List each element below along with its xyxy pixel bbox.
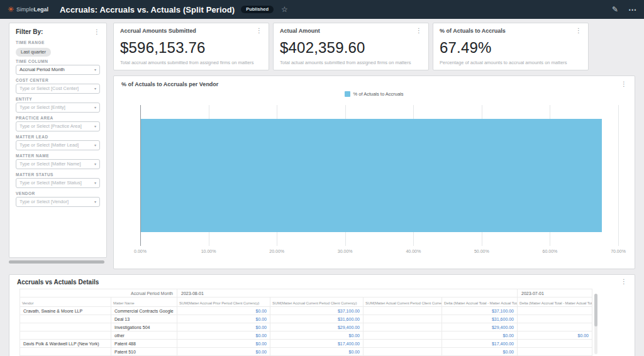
value-cell[interactable]: $0.00 <box>270 348 364 356</box>
select-value: Type or Select [Matter Status] <box>19 180 82 186</box>
vendor-select[interactable]: Type or Select [Vendor] ▾ <box>16 197 100 207</box>
x-tick: 20.00% <box>269 249 284 253</box>
value-cell[interactable]: $0.00 <box>177 331 270 340</box>
value-cell[interactable]: $0.00 <box>518 331 592 340</box>
entity-select[interactable]: Type or Select [Entity] ▾ <box>16 103 100 113</box>
kpi-value: $596,153.76 <box>120 39 262 57</box>
value-cell <box>518 340 592 348</box>
value-cell <box>364 331 442 340</box>
value-cell[interactable]: $0.00 <box>442 348 518 356</box>
vendor-cell <box>20 315 111 323</box>
details-table: Accrual Period Month 2023-08-01 2023-07-… <box>19 289 592 356</box>
chevron-down-icon: ▾ <box>94 199 96 204</box>
value-cell <box>364 307 442 315</box>
value-cell[interactable]: $37,100.00 <box>270 307 364 315</box>
vendor-chart-card: % of Actuals to Accruals per Vendor ⋮ % … <box>113 75 635 269</box>
favorite-star-icon[interactable]: ☆ <box>281 6 288 13</box>
filter-field: MATTER LEAD Type or Select [Matter Lead]… <box>16 135 100 150</box>
practice-area-select[interactable]: Type or Select [Practice Area] ▾ <box>16 121 100 131</box>
logo-text-legal: Legal <box>34 6 49 13</box>
kpi-card-percent-actuals: % of Actuals to Accruals ⋮ 67.49% Percen… <box>433 23 589 70</box>
chevron-down-icon: ▾ <box>94 181 96 185</box>
details-kebab-icon[interactable]: ⋮ <box>621 279 627 285</box>
practice-area-label: PRACTICE AREA <box>16 116 100 120</box>
kpi-subtitle: Total accrual amounts submitted from ass… <box>120 60 262 65</box>
matter-cell: Deal 13 <box>111 315 177 323</box>
select-value: Type or Select [Entity] <box>19 104 65 110</box>
period-header-aug: 2023-08-01 <box>177 289 518 298</box>
edit-dashboard-icon[interactable]: ✎ <box>612 6 618 13</box>
value-cell[interactable]: $0.00 <box>177 348 270 356</box>
select-value: Type or Select [Practice Area] <box>19 123 82 129</box>
value-cell <box>364 323 442 331</box>
value-cell[interactable]: $0.00 <box>177 340 270 348</box>
matter-lead-select[interactable]: Type or Select [Matter Lead] ▾ <box>16 140 100 150</box>
chevron-down-icon: ▾ <box>94 143 96 147</box>
sidebar-horizontal-scrollbar[interactable] <box>9 260 104 264</box>
filter-panel-kebab-icon[interactable]: ⋮ <box>94 29 100 35</box>
delta-aug-column-header: Delta (Matter Accrual Total - Matter Act… <box>442 298 518 307</box>
value-cell <box>518 323 592 331</box>
table-row: Patent 510 $0.00 $0.00 $0.00 <box>20 348 592 356</box>
kpi-kebab-icon[interactable]: ⋮ <box>575 28 582 34</box>
filter-field: MATTER NAME Type or Select [Matter Name]… <box>16 153 100 169</box>
value-cell <box>364 340 442 348</box>
x-tick: 10.00% <box>201 249 216 253</box>
kpi-value: $402,359.60 <box>280 39 422 57</box>
period-header-jul: 2023-07-01 <box>518 289 592 298</box>
select-value: Type or Select [Vendor] <box>19 199 69 204</box>
table-column-header-row: Vendor Matter Name SUM(Matter Accrual Pr… <box>20 298 592 307</box>
topbar: ✳ SimpleLegal Accruals: Accruals vs. Act… <box>0 0 644 19</box>
x-tick: 60.00% <box>543 249 558 253</box>
value-cell[interactable]: $31,600.00 <box>442 315 518 323</box>
value-cell[interactable]: $0.00 <box>177 307 270 315</box>
time-column-select[interactable]: Accrual Period Month ▾ <box>16 65 100 75</box>
value-cell[interactable]: $17,400.00 <box>270 340 364 348</box>
vendor-column-header: Vendor <box>20 298 111 307</box>
kpi-subtitle: Percentage of actual amounts to accrual … <box>440 60 582 65</box>
value-cell[interactable]: $17,400.00 <box>442 340 518 348</box>
chart-legend-item[interactable]: % of Actuals to Accruals <box>114 91 635 97</box>
details-card: Accruals vs Actuals Details ⋮ Accrual Pe… <box>9 274 635 356</box>
value-cell <box>518 315 592 323</box>
value-cell[interactable]: $29,400.00 <box>442 323 518 331</box>
filter-field: ENTITY Type or Select [Entity] ▾ <box>16 97 100 113</box>
filter-field: COST CENTER Type or Select [Cost Center]… <box>16 78 100 94</box>
chart-kebab-icon[interactable]: ⋮ <box>621 81 627 87</box>
value-cell[interactable]: $0.00 <box>442 331 518 340</box>
value-cell[interactable]: $29,400.00 <box>270 323 364 331</box>
kpi-title: % of Actuals to Accruals <box>440 28 506 34</box>
legend-swatch <box>345 91 350 97</box>
vendor-cell: Davis Polk & Wardwell LLP (New York) <box>20 340 111 348</box>
value-cell[interactable]: $0.00 <box>177 323 270 331</box>
filter-field: PRACTICE AREA Type or Select [Practice A… <box>16 116 100 131</box>
kpi-kebab-icon[interactable]: ⋮ <box>416 28 422 34</box>
select-value: Accrual Period Month <box>19 67 65 72</box>
value-cell[interactable]: $0.00 <box>270 331 364 340</box>
simplelegal-logo[interactable]: ✳ SimpleLegal <box>8 6 48 13</box>
kpi-card-header: Actual Amount ⋮ <box>280 28 422 34</box>
value-cell[interactable]: $31,600.00 <box>270 315 364 323</box>
entity-label: ENTITY <box>16 97 100 101</box>
filter-panel-title: Filter By: <box>16 28 43 35</box>
matter-cell: Patent 488 <box>111 340 177 348</box>
kpi-card-actual-amount: Actual Amount ⋮ $402,359.60 Total actual… <box>273 23 429 70</box>
cost-center-select[interactable]: Type or Select [Cost Center] ▾ <box>16 84 100 94</box>
table-row: Cravath, Swaine & Moore LLP Commercial C… <box>20 307 592 315</box>
matter-status-select[interactable]: Type or Select [Matter Status] ▾ <box>16 178 100 188</box>
kpi-title: Accrual Amounts Submitted <box>120 28 196 34</box>
table-scrollbar-thumb[interactable] <box>594 294 597 326</box>
table-vertical-scrollbar[interactable] <box>594 294 597 354</box>
accrual-period-month-label: Accrual Period Month <box>20 289 177 298</box>
time-range-chip[interactable]: Last quarter <box>16 48 51 57</box>
value-cell[interactable]: $0.00 <box>177 315 270 323</box>
kpi-kebab-icon[interactable]: ⋮ <box>256 28 262 34</box>
kpi-value: 67.49% <box>440 39 582 57</box>
matter-name-select[interactable]: Type or Select [Matter Name] ▾ <box>16 159 100 169</box>
more-options-icon[interactable]: ⋯ <box>628 6 636 14</box>
actuals-bar[interactable] <box>141 119 602 232</box>
chevron-down-icon: ▾ <box>94 105 96 109</box>
simplelegal-logo-icon: ✳ <box>8 6 14 13</box>
value-cell[interactable]: $37,100.00 <box>442 307 518 315</box>
time-range-label: TIME RANGE <box>16 40 100 45</box>
